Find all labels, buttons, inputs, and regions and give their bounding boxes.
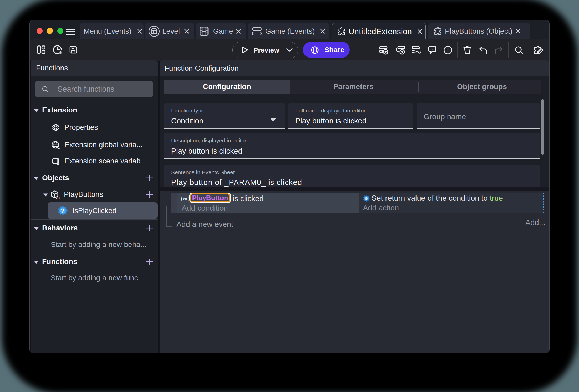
svg-text:2D: 2D: [56, 196, 60, 200]
svg-text:?: ?: [61, 207, 65, 214]
svg-text:G: G: [365, 197, 368, 200]
